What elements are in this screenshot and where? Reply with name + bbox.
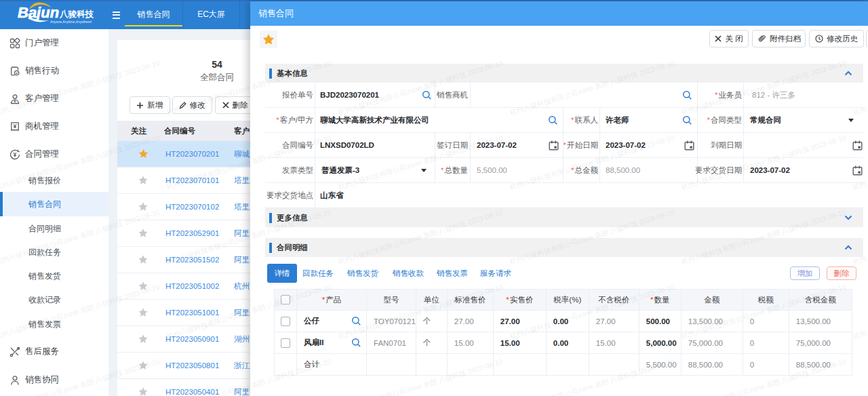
svg-text:八骏科技: 八骏科技	[59, 9, 94, 19]
svg-text:Anyone,Anytime,Anywhere!: Anyone,Anytime,Anywhere!	[50, 20, 92, 24]
svg-text:Bajun: Bajun	[18, 4, 59, 21]
